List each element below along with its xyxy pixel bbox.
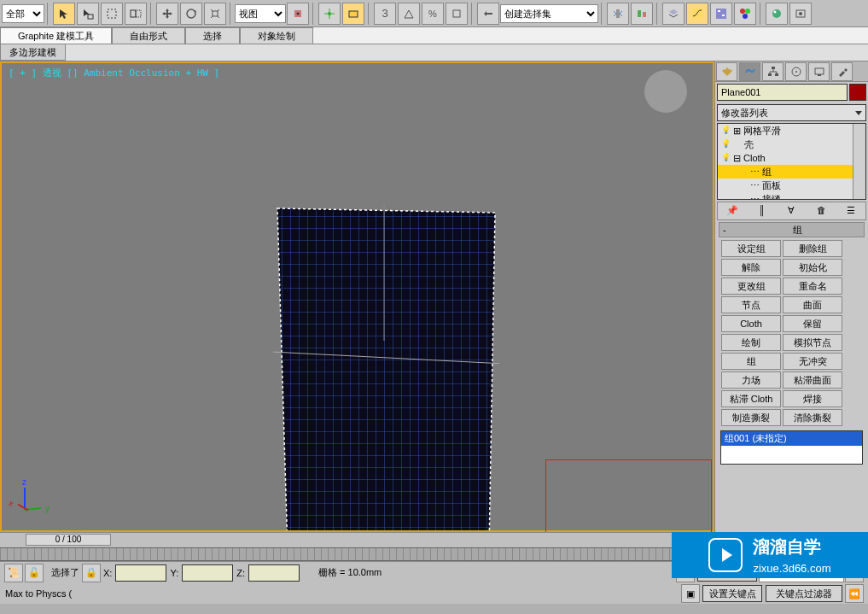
hierarchy-tab-icon[interactable] — [762, 62, 784, 81]
svg-rect-11 — [349, 11, 358, 17]
snap-3-icon[interactable]: 3 — [374, 3, 396, 25]
keyboard-shortcut-icon[interactable] — [342, 3, 364, 25]
group-list[interactable]: 组001 (未指定) — [720, 430, 863, 465]
mod-meshsmooth[interactable]: 💡⊞ 网格平滑 — [718, 124, 865, 137]
use-pivot-icon[interactable] — [287, 3, 309, 25]
modifier-stack[interactable]: 💡⊞ 网格平滑 💡 壳 💡⊟ Cloth ⋯ 组 ⋯ 面板 ⋯ 接缝 — [717, 123, 866, 200]
tab-freeform[interactable]: 自由形式 — [112, 27, 185, 44]
align-icon[interactable] — [631, 3, 653, 25]
edit-named-sel-icon[interactable] — [477, 3, 499, 25]
btn-forcefield[interactable]: 力场 — [721, 371, 781, 389]
btn-set-group[interactable]: 设定组 — [721, 240, 781, 257]
btn-make-tear[interactable]: 制造撕裂 — [721, 409, 781, 426]
tab-paint[interactable]: 对象绘制 — [240, 27, 313, 44]
move-tool-icon[interactable] — [156, 3, 178, 25]
btn-surface[interactable]: 曲面 — [783, 296, 842, 313]
btn-sticky-cloth[interactable]: 粘滞 Cloth — [721, 390, 781, 407]
viewcube-icon[interactable] — [644, 70, 687, 113]
command-panel-tabs — [715, 61, 868, 82]
prompt-icon[interactable]: ▣ — [681, 584, 700, 603]
select-region-icon[interactable] — [101, 3, 123, 25]
btn-clear-tear[interactable]: 清除撕裂 — [783, 409, 842, 426]
curve-editor-icon[interactable] — [686, 3, 708, 25]
schematic-view-icon[interactable] — [710, 3, 732, 25]
rotate-tool-icon[interactable] — [180, 3, 202, 25]
render-setup-icon[interactable] — [766, 3, 788, 25]
mod-cloth[interactable]: 💡⊟ Cloth — [718, 151, 865, 165]
percent-snap-icon[interactable]: % — [422, 3, 444, 25]
btn-change-group[interactable]: 更改组 — [721, 278, 781, 295]
z-field[interactable] — [248, 564, 300, 582]
layers-icon[interactable] — [662, 3, 684, 25]
time-slider-handle[interactable]: 0 / 100 — [26, 534, 111, 546]
x-field[interactable] — [115, 564, 166, 582]
modstack-scrollbar[interactable] — [853, 124, 865, 199]
btn-release[interactable]: 解除 — [721, 259, 781, 276]
tab-graphite[interactable]: Graphite 建模工具 — [0, 27, 112, 44]
btn-rename[interactable]: 重命名 — [783, 278, 842, 295]
viewport-perspective[interactable]: [ + ] 透视 [] Ambient Occlusion + HW ] y x — [0, 61, 714, 532]
named-sel-select[interactable]: 创建选择集 — [500, 4, 598, 23]
select-tool-icon[interactable] — [53, 3, 75, 25]
btn-draw[interactable]: 绘制 — [721, 334, 781, 351]
maxscript-label: Max to Physcs ( — [5, 588, 72, 599]
svg-rect-37 — [815, 68, 824, 74]
render-frame-icon[interactable] — [789, 3, 812, 25]
mod-cloth-group[interactable]: ⋯ 组 — [718, 165, 865, 178]
make-unique-icon[interactable]: ∀ — [783, 202, 800, 218]
modify-tab-icon[interactable] — [739, 62, 760, 81]
angle-snap-icon[interactable] — [398, 3, 420, 25]
pin-stack-icon[interactable]: 📌 — [724, 202, 741, 218]
x-label: X: — [103, 568, 112, 578]
play-prev-icon[interactable]: ⏪ — [845, 584, 864, 603]
modifier-list-dropdown[interactable]: 修改器列表 — [717, 104, 866, 121]
svg-rect-34 — [775, 73, 778, 76]
btn-init[interactable]: 初始化 — [783, 259, 842, 276]
spinner-snap-icon[interactable] — [446, 3, 468, 25]
keyfilter-btn[interactable]: 关键点过滤器 — [766, 585, 842, 602]
btn-sticky-surf[interactable]: 粘滞曲面 — [783, 371, 842, 389]
object-name-input[interactable] — [717, 84, 848, 101]
y-field[interactable] — [182, 564, 233, 582]
material-editor-icon[interactable] — [734, 3, 756, 25]
mod-cloth-panel[interactable]: ⋯ 面板 — [718, 178, 865, 192]
rollout-header[interactable]: -组 — [719, 222, 865, 237]
svg-rect-0 — [88, 15, 93, 19]
btn-no-collide[interactable]: 无冲突 — [783, 353, 842, 370]
filter-select[interactable]: 全部 — [2, 4, 44, 23]
mirror-icon[interactable] — [607, 3, 629, 25]
remove-mod-icon[interactable]: 🗑 — [813, 202, 830, 218]
btn-sim-node[interactable]: 模拟节点 — [783, 334, 842, 351]
mod-shell[interactable]: 💡 壳 — [718, 137, 865, 151]
setkey-btn[interactable]: 设置关键点 — [702, 585, 762, 602]
btn-group[interactable]: 组 — [721, 353, 781, 370]
ref-coord-select[interactable]: 视图 — [235, 4, 286, 23]
play-logo-icon — [708, 538, 743, 572]
group-list-item[interactable]: 组001 (未指定) — [721, 431, 862, 446]
lock-icon[interactable]: 🔓 — [25, 564, 44, 582]
window-crossing-icon[interactable] — [125, 3, 147, 25]
utilities-tab-icon[interactable] — [831, 62, 853, 81]
tab-selection[interactable]: 选择 — [185, 27, 240, 44]
configure-icon[interactable]: ☰ — [842, 202, 859, 218]
create-tab-icon[interactable] — [716, 62, 737, 81]
btn-node[interactable]: 节点 — [721, 296, 781, 313]
select-manipulate-icon[interactable] — [318, 3, 341, 25]
subtab-polymodel[interactable]: 多边形建模 — [0, 44, 66, 61]
display-tab-icon[interactable] — [808, 62, 830, 81]
svg-point-36 — [795, 71, 797, 73]
object-color-swatch[interactable] — [849, 84, 866, 101]
btn-preserve[interactable]: 保留 — [783, 315, 842, 332]
script-icon[interactable]: 📜 — [4, 564, 23, 582]
scale-tool-icon[interactable] — [204, 3, 226, 25]
btn-del-group[interactable]: 删除组 — [783, 240, 842, 257]
motion-tab-icon[interactable] — [785, 62, 807, 81]
select-name-icon[interactable] — [77, 3, 99, 25]
mesh-object-plane[interactable]: y x — [273, 204, 499, 532]
lock-sel-icon[interactable]: 🔒 — [82, 564, 101, 582]
btn-cloth[interactable]: Cloth — [721, 315, 781, 332]
mod-cloth-seam[interactable]: ⋯ 接缝 — [718, 192, 865, 200]
svg-rect-16 — [716, 9, 726, 19]
show-endresult-icon[interactable]: ║ — [754, 202, 771, 218]
btn-weld[interactable]: 焊接 — [783, 390, 842, 407]
